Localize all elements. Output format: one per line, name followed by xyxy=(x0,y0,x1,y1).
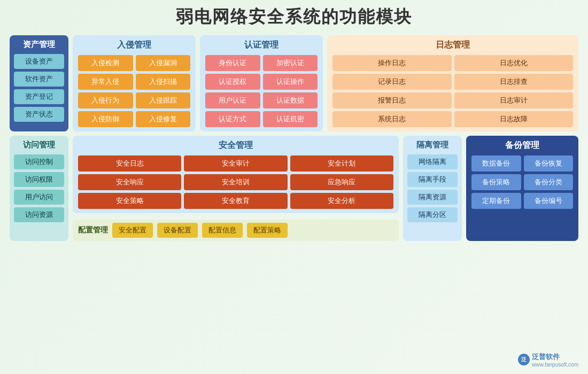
backup-item-4[interactable]: 备份分类 xyxy=(524,174,574,190)
asset-item-4[interactable]: 资产状态 xyxy=(14,107,64,122)
top-row: 资产管理 设备资产 软件资产 资产登记 资产状态 入侵管理 入侵检测 入侵漏洞 … xyxy=(10,35,578,131)
isolation-management-module: 隔离管理 网络隔离 隔离手段 隔离资源 隔离分区 xyxy=(403,136,462,241)
config-item-4[interactable]: 配置策略 xyxy=(247,223,288,238)
log-item-1[interactable]: 操作日志 xyxy=(332,55,452,71)
content-area: 资产管理 设备资产 软件资产 资产登记 资产状态 入侵管理 入侵检测 入侵漏洞 … xyxy=(10,35,578,241)
access-management-module: 访问管理 访问控制 访问权限 用户访问 访问资源 xyxy=(10,136,68,241)
config-item-2[interactable]: 设备配置 xyxy=(157,223,198,238)
security-item-3[interactable]: 安全计划 xyxy=(290,155,393,172)
security-item-5[interactable]: 安全培训 xyxy=(184,174,287,190)
auth-grid: 身份认证 加密认证 认证授权 认证操作 用户认证 认证数据 认证方式 认证机密 xyxy=(205,55,318,127)
auth-item-2[interactable]: 加密认证 xyxy=(263,55,318,71)
config-management-bar: 配置管理 安全配置 设备配置 配置信息 配置策略 xyxy=(73,220,399,241)
access-item-3[interactable]: 用户访问 xyxy=(14,190,64,205)
watermark: 泛 泛普软件 www.fanpusoft.com xyxy=(518,352,578,368)
backup-item-1[interactable]: 数据备份 xyxy=(471,155,521,172)
security-item-1[interactable]: 安全日志 xyxy=(78,155,181,172)
intrusion-item-6[interactable]: 入侵跟踪 xyxy=(136,92,191,108)
log-item-8[interactable]: 日志故障 xyxy=(454,111,574,127)
intrusion-item-8[interactable]: 入侵修复 xyxy=(136,111,191,127)
backup-grid: 数据备份 备份恢复 备份策略 备份分类 定期备份 备份编号 xyxy=(471,155,573,209)
intrusion-item-4[interactable]: 入侵扫描 xyxy=(136,74,191,90)
page-title: 弱电网络安全系统的功能模块 xyxy=(10,5,578,29)
log-grid: 操作日志 日志优化 记录日志 日志排查 报警日志 日志审计 系统日志 日志故障 xyxy=(332,55,573,127)
backup-management-module: 备份管理 数据备份 备份恢复 备份策略 备份分类 定期备份 备份编号 xyxy=(466,136,578,241)
isolation-item-3[interactable]: 隔离资源 xyxy=(407,190,458,205)
backup-mgmt-title: 备份管理 xyxy=(471,140,573,151)
auth-item-3[interactable]: 认证授权 xyxy=(205,74,260,90)
intrusion-item-3[interactable]: 异常入侵 xyxy=(78,74,133,90)
security-item-7[interactable]: 安全策略 xyxy=(78,193,181,209)
security-mgmt-title: 安全管理 xyxy=(78,140,393,151)
intrusion-management-module: 入侵管理 入侵检测 入侵漏洞 异常入侵 入侵扫描 入侵行为 入侵跟踪 入侵防御 … xyxy=(73,35,196,131)
config-item-1[interactable]: 安全配置 xyxy=(112,223,153,238)
intrusion-item-2[interactable]: 入侵漏洞 xyxy=(136,55,191,71)
auth-management-module: 认证管理 身份认证 加密认证 认证授权 认证操作 用户认证 认证数据 认证方式 … xyxy=(200,35,323,131)
bottom-row: 访问管理 访问控制 访问权限 用户访问 访问资源 安全管理 安全日志 安全审计 … xyxy=(10,136,578,241)
log-item-6[interactable]: 日志审计 xyxy=(454,92,574,108)
security-item-6[interactable]: 应急响应 xyxy=(290,174,393,190)
security-grid: 安全日志 安全审计 安全计划 安全响应 安全培训 应急响应 安全策略 安全教育 … xyxy=(78,155,393,209)
brand-icon: 泛 xyxy=(518,354,530,365)
asset-item-2[interactable]: 软件资产 xyxy=(14,72,64,87)
config-item-3[interactable]: 配置信息 xyxy=(202,223,243,238)
log-mgmt-title: 日志管理 xyxy=(332,40,573,51)
isolation-mgmt-title: 隔离管理 xyxy=(407,140,458,150)
auth-item-5[interactable]: 用户认证 xyxy=(205,92,260,108)
intrusion-item-5[interactable]: 入侵行为 xyxy=(78,92,133,108)
log-item-7[interactable]: 系统日志 xyxy=(332,111,452,127)
intrusion-item-7[interactable]: 入侵防御 xyxy=(78,111,133,127)
backup-item-6[interactable]: 备份编号 xyxy=(524,193,574,209)
auth-item-1[interactable]: 身份认证 xyxy=(205,55,260,71)
isolation-item-4[interactable]: 隔离分区 xyxy=(407,207,458,222)
backup-item-5[interactable]: 定期备份 xyxy=(471,193,521,209)
auth-item-4[interactable]: 认证操作 xyxy=(263,74,318,90)
security-item-8[interactable]: 安全教育 xyxy=(184,193,287,209)
intrusion-item-1[interactable]: 入侵检测 xyxy=(78,55,133,71)
intrusion-grid: 入侵检测 入侵漏洞 异常入侵 入侵扫描 入侵行为 入侵跟踪 入侵防御 入侵修复 xyxy=(78,55,190,127)
brand-text: 泛普软件 www.fanpusoft.com xyxy=(532,352,578,368)
log-item-4[interactable]: 日志排查 xyxy=(454,74,574,90)
auth-item-8[interactable]: 认证机密 xyxy=(263,111,318,127)
log-item-5[interactable]: 报警日志 xyxy=(332,92,452,108)
asset-mgmt-title: 资产管理 xyxy=(14,40,64,50)
security-item-9[interactable]: 安全分析 xyxy=(290,193,393,209)
page-wrapper: 弱电网络安全系统的功能模块 资产管理 设备资产 软件资产 资产登记 资产状态 入… xyxy=(0,0,588,374)
isolation-item-2[interactable]: 隔离手段 xyxy=(407,172,458,187)
security-item-4[interactable]: 安全响应 xyxy=(78,174,181,190)
log-management-module: 日志管理 操作日志 日志优化 记录日志 日志排查 报警日志 日志审计 系统日志 … xyxy=(327,35,578,131)
asset-management-module: 资产管理 设备资产 软件资产 资产登记 资产状态 xyxy=(10,35,68,131)
access-mgmt-title: 访问管理 xyxy=(14,140,64,150)
backup-item-3[interactable]: 备份策略 xyxy=(471,174,521,190)
backup-item-2[interactable]: 备份恢复 xyxy=(524,155,574,172)
asset-item-1[interactable]: 设备资产 xyxy=(14,54,64,69)
log-item-3[interactable]: 记录日志 xyxy=(332,74,452,90)
isolation-item-1[interactable]: 网络隔离 xyxy=(407,154,458,169)
access-item-2[interactable]: 访问权限 xyxy=(14,172,64,187)
config-mgmt-label: 配置管理 xyxy=(78,225,108,235)
intrusion-mgmt-title: 入侵管理 xyxy=(78,40,190,51)
auth-mgmt-title: 认证管理 xyxy=(205,40,318,51)
asset-item-3[interactable]: 资产登记 xyxy=(14,89,64,104)
auth-item-7[interactable]: 认证方式 xyxy=(205,111,260,127)
access-item-1[interactable]: 访问控制 xyxy=(14,154,64,169)
security-config-wrapper: 安全管理 安全日志 安全审计 安全计划 安全响应 安全培训 应急响应 安全策略 … xyxy=(73,136,399,241)
log-item-2[interactable]: 日志优化 xyxy=(454,55,574,71)
auth-item-6[interactable]: 认证数据 xyxy=(263,92,318,108)
access-item-4[interactable]: 访问资源 xyxy=(14,207,64,222)
security-item-2[interactable]: 安全审计 xyxy=(184,155,287,172)
security-management-module: 安全管理 安全日志 安全审计 安全计划 安全响应 安全培训 应急响应 安全策略 … xyxy=(73,136,399,213)
